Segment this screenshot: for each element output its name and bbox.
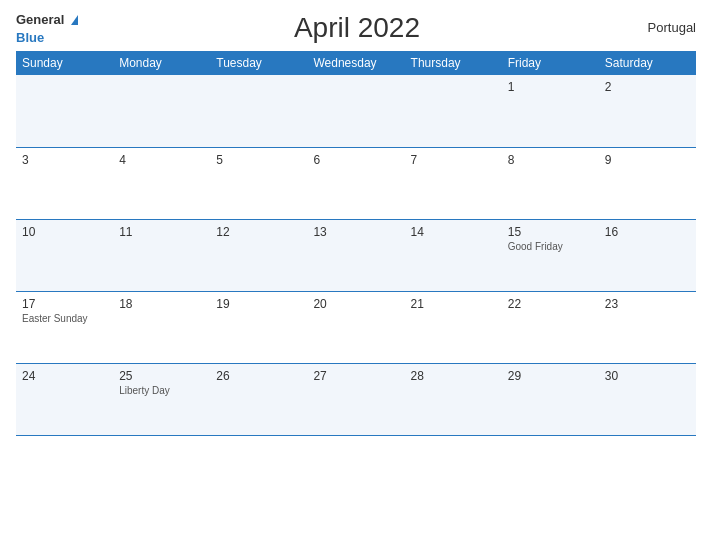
calendar-cell: 28 [405,363,502,435]
calendar-cell: 17Easter Sunday [16,291,113,363]
calendar-cell: 5 [210,147,307,219]
day-number: 17 [22,297,107,311]
calendar-cell: 30 [599,363,696,435]
day-number: 4 [119,153,204,167]
calendar-cell: 24 [16,363,113,435]
day-number: 5 [216,153,301,167]
day-number: 1 [508,80,593,94]
calendar-cell: 7 [405,147,502,219]
logo: General Blue [16,10,78,45]
holiday-label: Good Friday [508,241,593,252]
day-number: 20 [313,297,398,311]
calendar-cell: 1 [502,75,599,147]
country-label: Portugal [636,20,696,35]
day-number: 22 [508,297,593,311]
calendar-cell: 25Liberty Day [113,363,210,435]
calendar-cell: 10 [16,219,113,291]
calendar-grid: SundayMondayTuesdayWednesdayThursdayFrid… [16,51,696,436]
calendar-cell: 26 [210,363,307,435]
calendar-cell: 13 [307,219,404,291]
day-number: 6 [313,153,398,167]
weekday-header-monday: Monday [113,51,210,75]
calendar-cell: 11 [113,219,210,291]
calendar-cell: 23 [599,291,696,363]
week-row-3: 101112131415Good Friday16 [16,219,696,291]
logo-general-text: General [16,12,64,27]
day-number: 27 [313,369,398,383]
calendar-cell: 27 [307,363,404,435]
logo-triangle-icon [71,15,78,25]
calendar-cell: 19 [210,291,307,363]
weekday-header-thursday: Thursday [405,51,502,75]
calendar-cell [405,75,502,147]
week-row-2: 3456789 [16,147,696,219]
day-number: 29 [508,369,593,383]
weekday-header-tuesday: Tuesday [210,51,307,75]
calendar-cell: 2 [599,75,696,147]
calendar-cell: 20 [307,291,404,363]
day-number: 2 [605,80,690,94]
weekday-header-friday: Friday [502,51,599,75]
calendar-cell: 21 [405,291,502,363]
calendar-cell [210,75,307,147]
day-number: 11 [119,225,204,239]
day-number: 12 [216,225,301,239]
day-number: 10 [22,225,107,239]
calendar-cell: 29 [502,363,599,435]
day-number: 26 [216,369,301,383]
calendar-wrapper: General Blue April 2022 Portugal SundayM… [0,0,712,550]
week-row-4: 17Easter Sunday181920212223 [16,291,696,363]
day-number: 13 [313,225,398,239]
calendar-cell [16,75,113,147]
day-number: 28 [411,369,496,383]
day-number: 14 [411,225,496,239]
day-number: 3 [22,153,107,167]
day-number: 24 [22,369,107,383]
week-row-1: 12 [16,75,696,147]
weekday-header-row: SundayMondayTuesdayWednesdayThursdayFrid… [16,51,696,75]
day-number: 7 [411,153,496,167]
day-number: 9 [605,153,690,167]
calendar-cell: 14 [405,219,502,291]
weekday-header-saturday: Saturday [599,51,696,75]
day-number: 21 [411,297,496,311]
calendar-cell: 4 [113,147,210,219]
week-row-5: 2425Liberty Day2627282930 [16,363,696,435]
calendar-cell: 3 [16,147,113,219]
day-number: 30 [605,369,690,383]
day-number: 23 [605,297,690,311]
day-number: 8 [508,153,593,167]
day-number: 16 [605,225,690,239]
day-number: 19 [216,297,301,311]
day-number: 15 [508,225,593,239]
logo-blue-text: Blue [16,30,44,45]
logo-top: General [16,10,78,28]
calendar-cell: 8 [502,147,599,219]
calendar-cell: 9 [599,147,696,219]
calendar-cell: 18 [113,291,210,363]
calendar-header: General Blue April 2022 Portugal [16,10,696,45]
calendar-cell: 16 [599,219,696,291]
day-number: 25 [119,369,204,383]
weekday-header-sunday: Sunday [16,51,113,75]
day-number: 18 [119,297,204,311]
calendar-cell [307,75,404,147]
calendar-cell: 15Good Friday [502,219,599,291]
holiday-label: Liberty Day [119,385,204,396]
calendar-cell [113,75,210,147]
weekday-header-wednesday: Wednesday [307,51,404,75]
month-title: April 2022 [78,12,636,44]
holiday-label: Easter Sunday [22,313,107,324]
calendar-cell: 12 [210,219,307,291]
calendar-cell: 22 [502,291,599,363]
calendar-cell: 6 [307,147,404,219]
